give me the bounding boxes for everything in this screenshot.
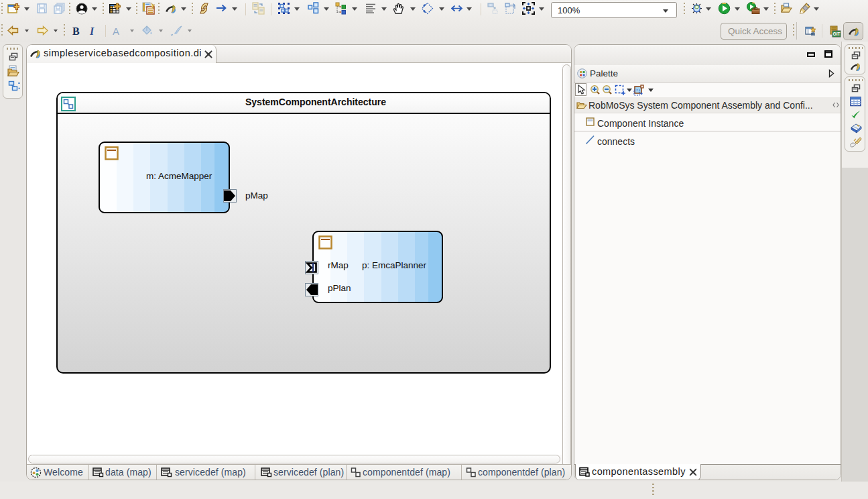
svg-text:GIT: GIT (833, 32, 841, 36)
